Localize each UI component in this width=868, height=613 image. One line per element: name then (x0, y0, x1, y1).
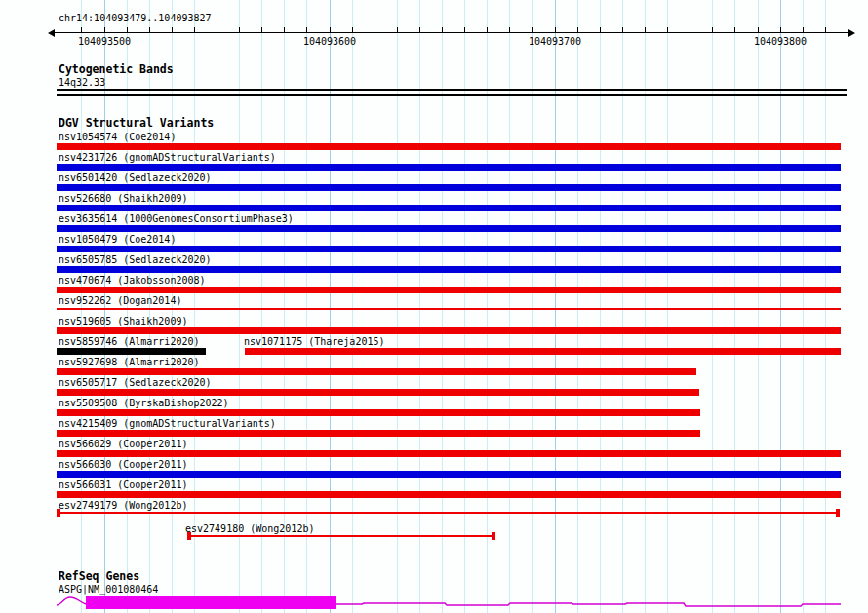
ruler-tick (127, 27, 128, 32)
variant-bar[interactable] (57, 491, 841, 498)
refseq-gene-label: ASPG|NM_001080464 (59, 583, 158, 595)
variant-bar[interactable] (245, 348, 841, 355)
variant-label: nsv5927698 (Almarri2020) (59, 356, 200, 368)
variant-range-line[interactable] (187, 535, 495, 537)
variant-label: nsv6505785 (Sedlazeck2020) (59, 253, 212, 266)
ruler-axis-line (55, 32, 848, 33)
variant-label: nsv1050479 (Coe2014) (59, 233, 176, 246)
variant-bar[interactable] (57, 368, 696, 375)
ruler-tick (464, 27, 465, 32)
ruler-tick (306, 27, 307, 32)
variant-label: nsv470674 (Jakobsson2008) (59, 274, 206, 287)
variant-label: nsv6501420 (Sedlazeck2020) (59, 172, 212, 184)
ruler-tick (803, 27, 804, 32)
variant-label: esv3635614 (1000GenomesConsortiumPhase3) (59, 212, 294, 225)
ruler-tick (532, 27, 533, 32)
variant-label: nsv566029 (Cooper2011) (59, 438, 187, 450)
ruler-tick (172, 27, 173, 32)
variant-label: nsv519605 (Shaikh2009) (59, 315, 187, 327)
ruler-tick (734, 27, 735, 32)
variant-thin-line[interactable] (57, 308, 841, 310)
ruler-tick (509, 27, 510, 32)
ruler-right-arrow-icon (848, 29, 855, 37)
variant-label: esv2749179 (Wong2012b) (59, 499, 187, 512)
ruler-tick (419, 27, 420, 32)
variant-range-line[interactable] (57, 512, 840, 514)
ruler-tick (712, 27, 713, 32)
variant-label: nsv1071175 (Thareja2015) (244, 335, 385, 348)
ruler-tick (104, 27, 105, 32)
variant-bar[interactable] (57, 164, 841, 171)
variant-label: nsv4231726 (gnomADStructuralVariants) (59, 151, 276, 164)
gene-exon-block[interactable] (86, 596, 336, 609)
track-title-refseq: RefSeq Genes (59, 570, 139, 583)
track-title-dgv: DGV Structural Variants (59, 117, 214, 130)
region-title: chr14:104093479..104093827 (59, 12, 212, 24)
ruler-tick (261, 27, 262, 32)
ruler-tick (487, 27, 488, 32)
variant-label: nsv1054574 (Coe2014) (59, 131, 176, 143)
ruler-tick (758, 27, 759, 32)
variant-right-endcap[interactable] (836, 509, 840, 517)
ruler-tick (600, 27, 601, 32)
variant-bar[interactable] (57, 430, 700, 437)
ruler-tick (397, 27, 398, 32)
variant-label: nsv566030 (Cooper2011) (59, 458, 187, 471)
variant-left-endcap[interactable] (187, 532, 191, 540)
variant-bar[interactable] (57, 225, 841, 232)
ruler-tick (194, 27, 195, 32)
track-title-cytobands: Cytogenetic Bands (59, 63, 174, 76)
variant-bar[interactable] (57, 205, 841, 211)
ruler-tick (330, 27, 331, 32)
variant-bar[interactable] (57, 246, 841, 252)
ruler-tick (555, 27, 556, 32)
ruler-tick (239, 27, 240, 32)
ruler-tick (81, 27, 82, 32)
variant-label: nsv526680 (Shaikh2009) (59, 192, 187, 205)
variant-bar[interactable] (57, 409, 700, 416)
ruler-tick (375, 27, 375, 32)
ruler-tick (645, 27, 646, 32)
ruler-tick (59, 27, 59, 32)
variant-bar[interactable] (57, 348, 206, 355)
variant-bar[interactable] (57, 327, 841, 334)
ruler-tick (577, 27, 578, 32)
ruler-tick (690, 27, 690, 32)
ruler-left-arrow-icon (48, 29, 55, 37)
ruler-tick-label: 104093600 (303, 36, 356, 48)
variant-label: nsv4215409 (gnomADStructuralVariants) (59, 417, 276, 430)
ruler-tick (825, 27, 826, 32)
ruler-tick (352, 27, 353, 32)
variant-bar[interactable] (57, 389, 699, 396)
variant-right-endcap[interactable] (492, 532, 495, 540)
ruler-tick (780, 27, 781, 32)
genome-browser-view: chr14:104093479..104093827 1040935001040… (0, 0, 868, 613)
ruler-tick-label: 104093500 (78, 36, 131, 48)
ruler-tick (442, 27, 443, 32)
variant-bar[interactable] (57, 287, 841, 293)
variant-label: nsv952262 (Dogan2014) (59, 294, 181, 307)
variant-bar[interactable] (57, 143, 841, 150)
variant-label: nsv6505717 (Sedlazeck2020) (59, 376, 212, 389)
variant-left-endcap[interactable] (57, 509, 60, 517)
variant-label: nsv5509508 (ByrskaBishop2022) (59, 397, 229, 409)
cytoband-bar[interactable] (57, 89, 847, 96)
cytoband-label: 14q32.33 (59, 76, 105, 89)
variant-bar[interactable] (57, 471, 841, 478)
variant-bar[interactable] (57, 450, 841, 457)
gene-intron-line (336, 603, 841, 606)
variant-bar[interactable] (57, 266, 841, 273)
ruler-tick (622, 27, 623, 32)
ruler-tick-label: 104093700 (529, 36, 581, 48)
variant-label: nsv566031 (Cooper2011) (59, 479, 187, 491)
ruler-tick (217, 27, 217, 32)
variant-label: nsv5859746 (Almarri2020) (59, 335, 200, 348)
variant-bar[interactable] (57, 184, 841, 191)
ruler-tick (284, 27, 285, 32)
ruler-tick-label: 104093800 (754, 36, 807, 48)
ruler-tick (667, 27, 668, 32)
ruler-tick (149, 27, 150, 32)
variant-label: esv2749180 (Wong2012b) (185, 522, 314, 535)
